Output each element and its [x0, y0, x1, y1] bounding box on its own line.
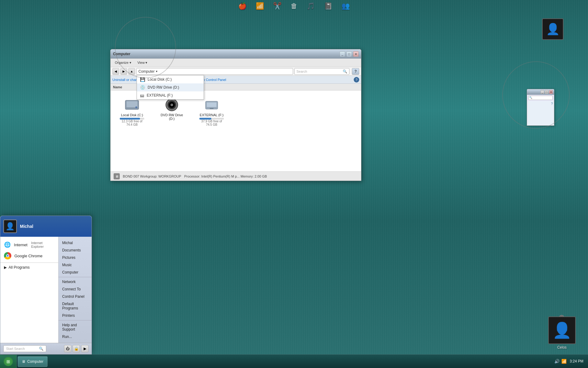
start-right-separator2 — [58, 320, 92, 320]
user-avatar-widget[interactable]: 👤 — [542, 18, 564, 40]
start-separator — [0, 263, 58, 263]
start-right-music[interactable]: Music — [58, 261, 92, 269]
svg-point-7 — [171, 104, 172, 105]
info-button[interactable]: ? — [354, 77, 359, 82]
start-right-connect-to[interactable]: Connect To — [58, 286, 92, 293]
start-right-michal[interactable]: Michal — [58, 239, 92, 247]
svg-point-2 — [135, 106, 137, 108]
up-button[interactable]: ▲ — [128, 68, 135, 75]
name-column-header: Name — [113, 85, 122, 89]
taskbar-notification-icons: 🔊 📶 — [554, 359, 567, 364]
user-avatar-icon: 👤 — [546, 23, 560, 36]
maximize-button[interactable]: □ — [346, 51, 352, 57]
music-icon[interactable]: 🎵 — [307, 2, 315, 10]
start-right-computer[interactable]: Computer — [58, 269, 92, 276]
start-right-control-panel[interactable]: Control Panel — [58, 293, 92, 300]
minimize-button[interactable]: _ — [340, 51, 345, 57]
network-taskbar-icon[interactable]: 📶 — [561, 359, 567, 364]
address-box[interactable]: Computer ▾ 💾 Local Disk (C:) 💿 DVD RW Dr… — [136, 68, 293, 75]
start-menu-right: Michal Documents Pictures Music Computer… — [58, 237, 92, 343]
apple-icon[interactable]: 🍎 — [238, 2, 247, 10]
start-right-help[interactable]: Help and Support — [58, 321, 92, 333]
local-disk-icon: 💾 — [140, 77, 145, 82]
celos-avatar-icon: 👤 — [552, 321, 571, 339]
trash-icon[interactable]: 🗑 — [291, 2, 297, 10]
start-menu: 👤 Michal 🌐 Internet Internet Explorer Go… — [0, 216, 92, 355]
wifi-icon[interactable]: 📶 — [256, 2, 264, 10]
celos-widget[interactable]: 👤 Celos — [548, 316, 576, 350]
search-box[interactable]: Search 🔍 — [294, 68, 349, 75]
dropdown-local-disk[interactable]: 💾 Local Disk (C:) — [137, 75, 204, 83]
notes-icon[interactable]: 📓 — [324, 2, 332, 10]
volume-icon[interactable]: 🔊 — [554, 359, 560, 364]
small-search-box[interactable]: 🔍 — [528, 96, 553, 100]
dropdown-dvd-drive[interactable]: 💿 DVD RW Drive (D:) — [137, 83, 204, 91]
dvd-drive-drive-icon — [164, 98, 179, 112]
start-menu-header: 👤 Michal — [0, 216, 92, 237]
small-help-icon[interactable]: ? — [551, 102, 553, 124]
start-user-avatar: 👤 — [3, 220, 17, 233]
start-right-default-programs[interactable]: Default Programs — [58, 300, 92, 312]
lock-button[interactable]: 🔒 — [73, 345, 80, 352]
svg-rect-1 — [126, 101, 138, 107]
local-disk-drive-icon — [125, 98, 139, 112]
internet-explorer-label: Internet — [14, 243, 28, 247]
search-placeholder: Search — [296, 70, 307, 73]
start-power-buttons: ⏻ 🔒 ▶ — [64, 345, 89, 352]
address-text: Computer — [138, 69, 155, 74]
svg-rect-9 — [207, 102, 217, 107]
close-button[interactable]: ✕ — [353, 51, 359, 57]
people-icon[interactable]: 👥 — [341, 2, 350, 10]
status-computer-icon: 🖥 — [114, 173, 120, 179]
dvd-drive-label: DVD RW Drive (D:) — [148, 85, 179, 90]
internet-explorer-sublabel: Internet Explorer — [31, 241, 55, 248]
help-button[interactable]: ? — [352, 68, 359, 75]
local-disk-label: Local Disk (C:) — [148, 77, 172, 82]
small-search-icon: 🔍 — [529, 96, 532, 99]
start-item-internet-explorer[interactable]: 🌐 Internet Internet Explorer — [0, 239, 58, 250]
all-programs-item[interactable]: ▶ All Programs — [0, 264, 58, 271]
forward-button[interactable]: ▶ — [120, 68, 127, 75]
drive-local-disk[interactable]: Local Disk (C:) 12.3 GB free of 74.4 GB — [117, 95, 147, 129]
start-right-network[interactable]: Network — [58, 278, 92, 286]
start-search-placeholder: Start Search — [6, 347, 25, 351]
start-button[interactable]: ⊞ — [0, 355, 17, 368]
external-label: EXTERNAL (F:) — [147, 93, 173, 98]
small-close-button[interactable]: ✕ — [549, 90, 553, 94]
google-chrome-icon — [4, 252, 11, 259]
external-drive-drive-icon — [204, 98, 219, 112]
view-button[interactable]: View ▾ — [135, 60, 150, 65]
start-right-pictures[interactable]: Pictures — [58, 254, 92, 261]
taskbar: ⊞ 🖥 Computer 🔊 📶 3:24 PM — [0, 355, 588, 368]
start-right-run[interactable]: Run... — [58, 333, 92, 340]
start-right-printers[interactable]: Printers — [58, 312, 92, 319]
small-window-body: ? — [527, 101, 554, 125]
start-item-google-chrome[interactable]: Google Chrome — [0, 250, 58, 261]
svg-rect-10 — [210, 108, 213, 109]
external-drive-name: EXTERNAL (F:) — [200, 113, 224, 117]
power-button[interactable]: ⏻ — [64, 345, 71, 352]
arrow-button[interactable]: ▶ — [81, 345, 89, 352]
start-search-icon: 🔍 — [39, 347, 43, 351]
start-right-documents[interactable]: Documents — [58, 247, 92, 254]
taskbar-clock: 3:24 PM — [570, 359, 583, 364]
dropdown-external[interactable]: 🖴 EXTERNAL (F:) — [137, 91, 204, 99]
back-button[interactable]: ◀ — [112, 68, 119, 75]
tools-icon[interactable]: ✂️ — [273, 2, 281, 10]
organize-button[interactable]: Organize ▾ — [112, 60, 134, 65]
small-maximize-button[interactable]: □ — [545, 90, 548, 94]
small-minimize-button[interactable]: _ — [541, 90, 544, 94]
start-search-box[interactable]: Start Search 🔍 — [3, 345, 46, 352]
drive-external[interactable]: EXTERNAL (F:) 37.9 GB free of 74.5 GB — [196, 95, 227, 129]
search-icon: 🔍 — [343, 69, 347, 74]
start-username: Michal — [20, 224, 33, 229]
window-controls: _ □ ✕ — [340, 51, 359, 57]
dvd-drive-name: DVD RW Drive (D:) — [159, 113, 185, 121]
taskbar-computer-button[interactable]: 🖥 Computer — [18, 356, 47, 367]
address-dropdown-arrow[interactable]: ▾ — [156, 70, 157, 73]
explorer-window: Computer _ □ ✕ Organize ▾ View ▾ ◀ ▶ ▲ C… — [110, 49, 361, 181]
google-chrome-label: Google Chrome — [14, 254, 43, 258]
desktop: 🍎 📶 ✂️ 🗑 🎵 📓 👥 👤 Computer _ □ ✕ Organize… — [0, 0, 588, 368]
start-menu-body: 🌐 Internet Internet Explorer Google Chro… — [0, 237, 92, 343]
external-drive-size: 37.9 GB free of 74.5 GB — [199, 120, 224, 126]
